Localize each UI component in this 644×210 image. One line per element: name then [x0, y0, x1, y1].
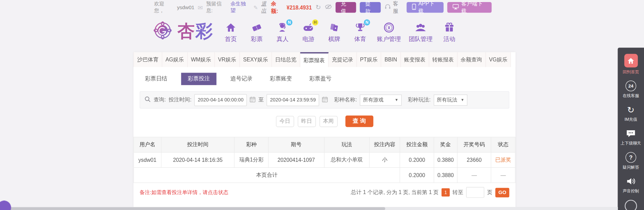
col-draw-number: 开奖号码 [457, 137, 491, 152]
yesterday-button[interactable]: 昨日 [298, 116, 316, 127]
speaker-icon [618, 176, 644, 187]
tabbar-filler [511, 52, 516, 67]
tab-vr[interactable]: VR娱乐 [215, 52, 240, 67]
start-time-input[interactable] [194, 94, 247, 106]
sidebar-item-faq[interactable]: ? 疑问解答 [618, 150, 644, 173]
tab-balance-query[interactable]: 余额查询 [457, 52, 486, 67]
tab-vg[interactable]: VG娱乐 [486, 52, 511, 67]
col-username: 用户名 [134, 137, 161, 152]
main-nav: 首页 彩票 N 真人 H 电游 棋牌 [222, 21, 458, 43]
game-select-value: 所有游戏 [363, 96, 384, 103]
tab-bbin[interactable]: BBIN [381, 52, 401, 67]
nav-item-cards[interactable]: 棋牌 [325, 21, 343, 43]
badge-n: N [286, 19, 293, 25]
col-status: 状态 [491, 137, 515, 152]
subtab-lottery-daily[interactable]: 彩票日结 [142, 73, 170, 85]
nav-item-egames[interactable]: H 电游 [299, 21, 317, 43]
tab-deposit-withdraw-records[interactable]: 充提记录 [328, 52, 357, 67]
tab-sexy[interactable]: SEXY娱乐 [240, 52, 272, 67]
table-row: ysdw01 2020-04-14 18:16:35 瑞典1分彩 2020041… [134, 152, 515, 168]
tab-daily-overview[interactable]: 日结总览 [272, 52, 300, 67]
withdraw-label: 提款 [365, 0, 376, 15]
chevron-down-icon: ▼ [395, 98, 398, 102]
edit-icon[interactable]: ✎ [254, 5, 258, 10]
cell-bet-content: 小 [369, 152, 400, 168]
tab-lottery-report[interactable]: 彩票报表 [300, 52, 328, 67]
client-download-button[interactable]: 客户端下载 [447, 2, 492, 13]
query-button[interactable]: 查 询 [345, 115, 373, 127]
sidebar-item-online-service[interactable]: 24 在线客服 [618, 78, 644, 102]
nav-item-sports[interactable]: N 体育 [351, 21, 369, 43]
current-page-button[interactable]: 1 [442, 188, 450, 196]
sidebar-extra-icon[interactable] [625, 200, 637, 210]
nav-item-team[interactable]: 团队管理 [409, 21, 432, 43]
scrollbar-thumb[interactable] [0, 207, 385, 210]
go-button[interactable]: GO [495, 188, 509, 197]
tab-transfer-report[interactable]: 转账报表 [429, 52, 458, 67]
tab-shaba-sports[interactable]: 沙巴体育 [134, 52, 162, 67]
sidebar-item-sound[interactable]: 声音控制 [618, 173, 644, 197]
floating-sidebar: 回到首页 24 在线客服 ↻ IM充值 上下级聊天 ? 疑问解答 [618, 48, 644, 210]
nav-label: 账户管理 [377, 35, 401, 43]
goto-page-input[interactable] [466, 187, 484, 198]
svg-text:¥: ¥ [388, 25, 390, 30]
sidebar-item-im-recharge[interactable]: ↻ IM充值 [618, 102, 644, 126]
withdraw-button[interactable]: 提款 [360, 2, 381, 13]
play-select-value: 所有玩法 [437, 96, 458, 103]
query-label: 查询: [154, 96, 166, 104]
cell-username: ysdw01 [134, 152, 161, 168]
app-download-button[interactable]: APP下载 [406, 2, 444, 13]
nav-label: 电游 [299, 35, 317, 43]
service-label: 客服 [393, 0, 403, 15]
coin-yuan-icon: ¥ [380, 21, 398, 34]
end-time-input[interactable] [267, 94, 319, 106]
live-dealer-icon: N [274, 21, 291, 34]
service-24h-icon: 24 [618, 80, 644, 91]
mail-icon[interactable]: ✉ [198, 4, 203, 11]
col-play-type: 玩法 [324, 137, 369, 152]
recharge-button[interactable]: 充值 [335, 2, 356, 13]
subtab-lottery-profit-loss[interactable]: 彩票盈亏 [306, 73, 335, 85]
col-lottery-type: 彩种 [235, 137, 268, 152]
nav-item-lottery[interactable]: 彩票 [248, 21, 266, 43]
tab-account-change-report[interactable]: 账变报表 [401, 52, 429, 67]
this-week-button[interactable]: 本周 [319, 116, 337, 127]
subtab-lottery-account-change[interactable]: 彩票账变 [266, 73, 295, 85]
sidebar-label: 疑问解答 [618, 165, 643, 170]
nav-item-account[interactable]: ¥ 账户管理 [377, 21, 401, 43]
nav-item-promotions[interactable]: 活动 [440, 21, 458, 43]
calendar-icon[interactable] [322, 96, 328, 103]
site-logo[interactable]: 杏彩 [151, 19, 214, 44]
horizontal-scrollbar[interactable] [0, 207, 618, 210]
tab-wm[interactable]: WM娱乐 [188, 52, 215, 67]
tab-pt[interactable]: PT娱乐 [357, 52, 381, 67]
subtab-lottery-bets[interactable]: 彩票投注 [181, 73, 216, 85]
tab-ag[interactable]: AG娱乐 [162, 52, 188, 67]
calendar-icon[interactable] [250, 96, 256, 103]
sidebar-item-back-home[interactable]: 回到首页 [618, 51, 644, 78]
service-24-text: 24 [628, 83, 633, 89]
refresh-balance-icon[interactable]: ↻ [316, 4, 321, 11]
nav-label: 体育 [351, 35, 369, 43]
badge-h: H [312, 19, 318, 25]
nav-item-home[interactable]: 首页 [222, 21, 240, 43]
nav-label: 首页 [222, 35, 240, 43]
col-issue-number: 期号 [268, 137, 324, 152]
cell-bet-time: 2020-04-14 18:16:35 [161, 152, 234, 168]
play-type-select[interactable]: 所有玩法 ▼ [434, 94, 467, 106]
sidebar-item-chat[interactable]: 上下级聊天 [618, 126, 644, 150]
top-bar: 欢迎您， ysdw01 ✉ 预留信息: 余生独望 ✎ 退出 余额: ¥218.4… [154, 0, 491, 15]
floating-corner-bubble[interactable] [0, 201, 11, 210]
sidebar-label: 回到首页 [618, 69, 643, 75]
nav-item-live[interactable]: N 真人 [274, 21, 291, 43]
sidebar-label: 在线客服 [618, 93, 643, 98]
logout-link[interactable]: 退出 [261, 0, 271, 14]
cell-status[interactable]: 已派奖 [491, 152, 515, 168]
today-button[interactable]: 今日 [276, 116, 294, 127]
sidebar-label: 声音控制 [618, 188, 643, 194]
hide-balance-icon[interactable] [325, 4, 332, 11]
customer-service-link[interactable]: 客服 [384, 0, 403, 15]
subtab-chase-records[interactable]: 追号记录 [227, 73, 256, 85]
cell-issue-number: 20200414-1097 [268, 152, 324, 168]
game-select[interactable]: 所有游戏 ▼ [360, 94, 402, 106]
